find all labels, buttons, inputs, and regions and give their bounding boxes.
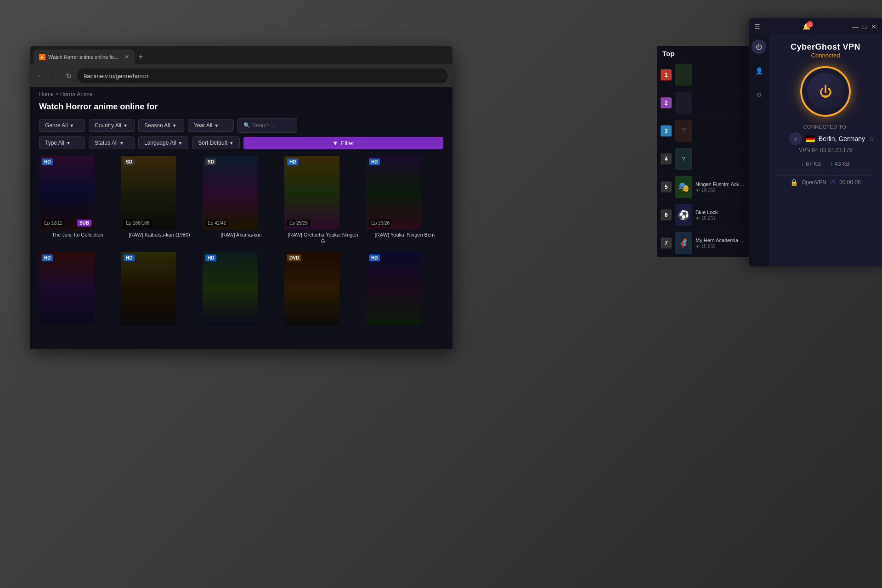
genre-filter[interactable]: Genre All ▼ <box>39 119 85 132</box>
back-button[interactable]: ← <box>34 70 45 82</box>
rank-num-1: 1 <box>661 69 672 80</box>
card-title-10 <box>366 325 443 332</box>
rank-thumb-5: 🎭 <box>675 176 692 198</box>
sort-filter[interactable]: Sort Default ▼ <box>192 136 239 149</box>
rank-info-5: Ningen Fushin: Adventurers Who Don't Bel… <box>695 181 745 192</box>
vpn-menu-icon[interactable]: ☰ <box>754 23 760 30</box>
search-box[interactable]: 🔍 Search... <box>237 118 297 133</box>
rank-item-2[interactable]: 2 <box>657 89 749 117</box>
vpn-favorite-icon[interactable]: ☆ <box>869 135 875 142</box>
vpn-protocol-row: 🔒 OpenVPN ⏱ 00:00:08 <box>776 179 875 186</box>
rank-views-6: 👁 15,951 <box>695 216 745 221</box>
anime-card-4[interactable]: HD Ep 25/25 <box>284 156 339 229</box>
rank-item-7[interactable]: 7 🦸 My Hero Academia Season 6 👁 15,882 <box>657 229 749 257</box>
anime-card-5[interactable]: HD Ep 26/26 <box>366 156 421 229</box>
vpn-upload-value: 43 KB <box>835 161 850 167</box>
browser-tab-active[interactable]: ▶ Watch Horror anime online for F ✕ <box>34 50 135 64</box>
vpn-window-buttons: — □ ✕ <box>853 24 876 29</box>
eye-icon-7: 👁 <box>695 244 700 249</box>
season-filter-label: Season All <box>144 122 170 129</box>
rank-item-3[interactable]: 3 ? <box>657 117 749 145</box>
anime-card-6[interactable]: HD <box>39 252 94 325</box>
genre-filter-label: Genre All <box>45 122 68 129</box>
forward-button[interactable]: → <box>49 70 60 82</box>
language-filter-label: Language All <box>144 140 176 146</box>
vpn-sidebar-profile-icon[interactable]: 👤 <box>752 63 766 78</box>
ep-badge-3: Ep 42/42 <box>205 220 228 226</box>
language-filter[interactable]: Language All ▼ <box>138 136 188 149</box>
browser-nav: ← → ↻ <box>30 64 452 87</box>
vpn-power-icon: ⏻ <box>819 84 832 99</box>
rank-item-1[interactable]: 1 <box>657 61 749 89</box>
quality-badge-9: DVD <box>287 254 301 261</box>
vpn-maximize-button[interactable]: □ <box>862 24 867 29</box>
year-filter[interactable]: Year All ▼ <box>188 119 234 132</box>
vpn-close-button[interactable]: ✕ <box>871 24 876 29</box>
rank-item-6[interactable]: 6 ⚽ Blue Lock 👁 15,951 <box>657 201 749 229</box>
vpn-nav-back-button[interactable]: ‹ <box>789 132 802 145</box>
rank-name-6: Blue Lock <box>695 209 745 215</box>
year-filter-arrow: ▼ <box>214 123 219 128</box>
anime-card-8[interactable]: HD <box>203 252 258 325</box>
sub-badge-1: SUB <box>77 220 91 226</box>
new-tab-button[interactable]: + <box>138 52 143 62</box>
anime-card-wrapper-10: HD <box>366 252 443 332</box>
vpn-protocol-icon: 🔒 <box>790 179 798 186</box>
anime-card-wrapper-6: HD <box>39 252 116 332</box>
rank-name-5: Ningen Fushin: Adventurers Who Don't Bel… <box>695 181 745 187</box>
vpn-bell-icon[interactable]: 🔔 1 <box>803 23 810 30</box>
quality-badge-4: HD <box>287 158 298 165</box>
anime-card-wrapper-7: HD <box>121 252 198 332</box>
quality-badge-2: SD <box>124 158 135 165</box>
vpn-stats: ↓ 67 KB ↑ 43 KB <box>776 161 875 167</box>
rank-thumb-7: 🦸 <box>675 232 692 254</box>
year-filter-label: Year All <box>194 122 212 129</box>
anime-card-2[interactable]: SD Ep 188/188 <box>121 156 176 229</box>
quality-badge-8: HD <box>205 254 216 261</box>
rank-item-5[interactable]: 5 🎭 Ningen Fushin: Adventurers Who Don't… <box>657 173 749 201</box>
quality-badge-5: HD <box>369 158 380 165</box>
search-placeholder: Search... <box>252 122 274 129</box>
type-filter[interactable]: Type All ▼ <box>39 136 85 149</box>
tab-close-button[interactable]: ✕ <box>124 54 129 60</box>
country-filter[interactable]: Country All ▼ <box>89 119 135 132</box>
vpn-title-center: 🔔 1 <box>803 23 810 30</box>
vpn-power-button[interactable]: ⏻ <box>807 73 844 110</box>
address-bar[interactable] <box>77 68 448 83</box>
vpn-divider <box>776 175 875 176</box>
vpn-power-ring: ⏻ <box>800 66 851 117</box>
anime-card-9[interactable]: DVD <box>284 252 339 325</box>
anime-card-3[interactable]: SD Ep 42/42 <box>203 156 258 229</box>
vpn-sidebar-home-icon[interactable]: ⏻ <box>752 40 766 54</box>
browser-window: ▶ Watch Horror anime online for F ✕ + ← … <box>30 46 452 349</box>
vpn-minimize-button[interactable]: — <box>853 24 858 29</box>
anime-card-7[interactable]: HD <box>121 252 176 325</box>
status-filter[interactable]: Status All ▼ <box>89 136 135 149</box>
browser-chrome: ▶ Watch Horror anime online for F ✕ + ← … <box>30 46 452 87</box>
vpn-sidebar: ⏻ 👤 ⚙ <box>749 35 769 266</box>
rank-thumb-3: ? <box>675 120 692 142</box>
desktop: ▶ Watch Horror anime online for F ✕ + ← … <box>0 0 882 588</box>
anime-card-1[interactable]: HD Ep 12/12 SUB <box>39 156 94 229</box>
reload-button[interactable]: ↻ <box>64 70 74 82</box>
vpn-sidebar-settings-icon[interactable]: ⚙ <box>752 87 766 102</box>
rank-views-5: 👁 19,269 <box>695 188 745 193</box>
sort-filter-arrow: ▼ <box>229 141 234 146</box>
filter-button[interactable]: ▼ Filter <box>243 137 443 149</box>
anime-card-wrapper-4: HD Ep 25/25 [RAW] Oretacha Youkai Ningen… <box>284 156 362 247</box>
quality-badge-6: HD <box>42 254 53 261</box>
rank-item-4[interactable]: 4 ? <box>657 145 749 173</box>
vpn-download-value: 67 KB <box>806 161 821 167</box>
anime-card-wrapper-1: HD Ep 12/12 SUB The Junji Ito Collection <box>39 156 116 247</box>
rank-num-2: 2 <box>661 97 672 108</box>
anime-card-wrapper-5: HD Ep 26/26 [RAW] Youkai Ningen Bem <box>366 156 443 247</box>
eye-icon-6: 👁 <box>695 216 700 221</box>
card-title-2: [RAW] Kaibutsu-kun (1980) <box>121 229 198 240</box>
tab-title: Watch Horror anime online for F <box>48 54 120 60</box>
top-ranking-title: Top <box>657 46 749 61</box>
season-filter[interactable]: Season All ▼ <box>138 119 184 132</box>
anime-card-10[interactable]: HD <box>366 252 421 325</box>
ep-badge-2: Ep 188/188 <box>124 220 152 226</box>
top-ranking-panel: Top 1 2 3 ? 4 ? 5 🎭 Ningen Fushin: Adven… <box>657 46 749 257</box>
ep-badge-5: Ep 26/26 <box>369 220 392 226</box>
